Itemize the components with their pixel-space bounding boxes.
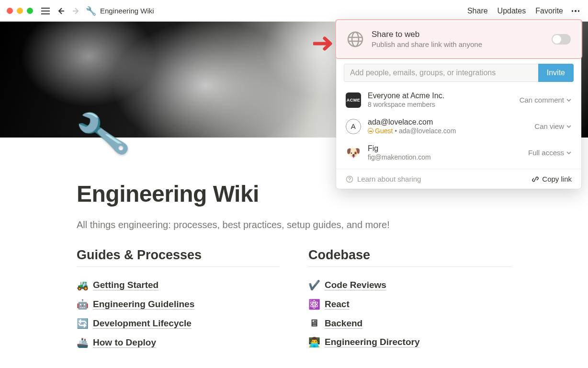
list-item[interactable]: ⚛️React xyxy=(308,295,511,314)
learn-about-sharing-link[interactable]: Learn about sharing xyxy=(346,175,421,183)
permission-meta: Guest • ada@lovelace.com xyxy=(368,127,528,135)
item-emoji-icon: 🔄 xyxy=(77,318,88,329)
item-label[interactable]: How to Deploy xyxy=(93,337,156,348)
globe-icon xyxy=(347,31,364,48)
column-codebase: Codebase ✔️Code Reviews ⚛️React 🖥Backend… xyxy=(308,248,511,352)
column-heading: Guides & Processes xyxy=(77,248,280,267)
link-icon xyxy=(531,175,539,183)
item-emoji-icon: 👨‍💻 xyxy=(308,336,320,348)
item-emoji-icon: 🖥 xyxy=(308,318,320,329)
share-to-web-row[interactable]: Share to web Publish and share link with… xyxy=(337,21,580,57)
permission-meta: fig@makenotion.com xyxy=(368,153,521,161)
close-window-button[interactable] xyxy=(7,8,13,14)
item-emoji-icon: 🤖 xyxy=(77,299,88,310)
permission-name: Fig xyxy=(368,144,521,153)
breadcrumb-title[interactable]: Engineering Wiki xyxy=(100,7,154,15)
hamburger-icon[interactable] xyxy=(40,5,51,17)
item-label[interactable]: Code Reviews xyxy=(325,280,386,290)
invite-input[interactable] xyxy=(344,64,538,82)
permission-row[interactable]: ACME Everyone at Acme Inc. 8 workspace m… xyxy=(336,87,581,113)
share-button[interactable]: Share xyxy=(464,5,491,17)
permission-row[interactable]: A ada@lovelace.com Guest • ada@lovelace.… xyxy=(336,113,581,139)
updates-button[interactable]: Updates xyxy=(495,5,529,17)
back-button[interactable] xyxy=(55,5,67,17)
item-label[interactable]: Engineering Guidelines xyxy=(93,299,194,310)
maximize-window-button[interactable] xyxy=(27,8,33,14)
item-label[interactable]: Development Lifecycle xyxy=(93,318,192,329)
breadcrumb-icon: 🔧 xyxy=(86,6,96,16)
share-to-web-subtitle: Publish and share link with anyone xyxy=(372,40,544,48)
item-emoji-icon: 🚜 xyxy=(77,279,88,291)
permission-name: Everyone at Acme Inc. xyxy=(368,92,513,100)
avatar: 🐶 xyxy=(346,145,361,161)
list-item[interactable]: 🖥Backend xyxy=(308,314,511,333)
list-item[interactable]: 🔄Development Lifecycle xyxy=(77,314,280,333)
topbar: 🔧 Engineering Wiki Share Updates Favorit… xyxy=(0,0,588,22)
permission-meta: 8 workspace members xyxy=(368,101,513,108)
list-item[interactable]: 🚜Getting Started xyxy=(77,276,280,295)
more-menu-icon[interactable] xyxy=(570,5,581,17)
item-emoji-icon: ✔️ xyxy=(308,279,320,291)
annotation-arrow-icon xyxy=(313,35,334,52)
chevron-down-icon xyxy=(566,124,572,129)
list-item[interactable]: 🤖Engineering Guidelines xyxy=(77,295,280,314)
copy-link-button[interactable]: Copy link xyxy=(531,175,572,183)
page-icon[interactable]: 🔧 xyxy=(73,105,132,161)
permission-name: ada@lovelace.com xyxy=(368,118,528,126)
highlight-region: Share to web Publish and share link with… xyxy=(335,19,582,59)
list-item[interactable]: ✔️Code Reviews xyxy=(308,276,511,295)
avatar: A xyxy=(346,119,361,134)
window-controls xyxy=(7,8,33,14)
page-subtitle[interactable]: All things engineering: processes, best … xyxy=(77,219,511,230)
item-label[interactable]: Backend xyxy=(325,318,362,329)
permission-select[interactable]: Can comment xyxy=(520,96,572,104)
minimize-window-button[interactable] xyxy=(17,8,23,14)
forward-button[interactable] xyxy=(70,5,82,17)
permission-row[interactable]: 🐶 Fig fig@makenotion.com Full access xyxy=(336,139,581,166)
permission-select[interactable]: Full access xyxy=(528,149,572,157)
share-to-web-title: Share to web xyxy=(372,30,544,39)
item-emoji-icon: ⚛️ xyxy=(308,299,320,310)
invite-row: Invite xyxy=(336,58,581,87)
chevron-down-icon xyxy=(566,150,572,156)
globe-small-icon xyxy=(368,128,373,134)
popover-footer: Learn about sharing Copy link xyxy=(336,169,581,189)
item-label[interactable]: Getting Started xyxy=(93,280,158,290)
svg-point-1 xyxy=(352,32,359,46)
permission-select[interactable]: Can view xyxy=(534,122,572,130)
item-label[interactable]: Engineering Directory xyxy=(325,337,420,347)
item-emoji-icon: 🚢 xyxy=(77,337,88,348)
svg-point-0 xyxy=(348,32,362,46)
item-label[interactable]: React xyxy=(325,299,350,310)
favorite-button[interactable]: Favorite xyxy=(532,5,566,17)
column-heading: Codebase xyxy=(308,248,511,267)
list-item[interactable]: 👨‍💻Engineering Directory xyxy=(308,333,511,352)
share-to-web-toggle[interactable] xyxy=(552,34,571,45)
invite-button[interactable]: Invite xyxy=(538,64,574,82)
avatar: ACME xyxy=(346,92,361,108)
chevron-down-icon xyxy=(566,97,572,103)
column-guides: Guides & Processes 🚜Getting Started 🤖Eng… xyxy=(77,248,280,352)
list-item[interactable]: 🚢How to Deploy xyxy=(77,333,280,352)
share-popover: Share to web Publish and share link with… xyxy=(336,20,581,189)
help-icon xyxy=(346,175,353,183)
